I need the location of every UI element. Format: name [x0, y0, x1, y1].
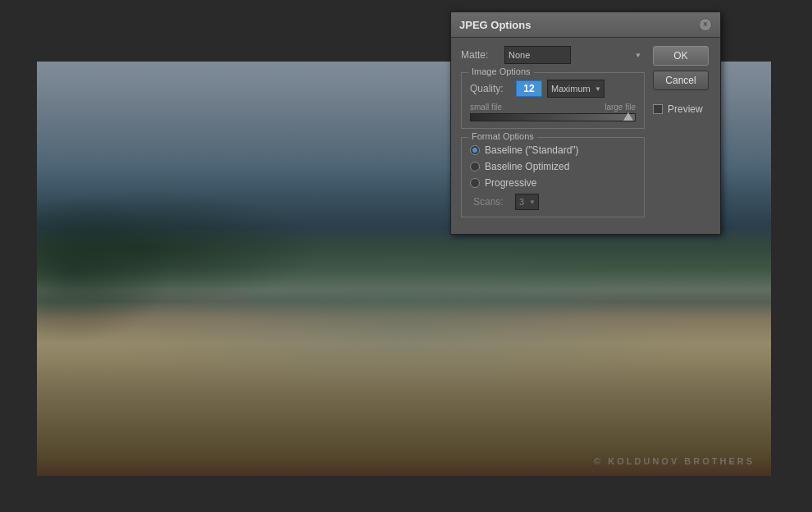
matte-row: Matte: None White Black Background Foreg…: [461, 46, 645, 64]
preview-label[interactable]: Preview: [668, 103, 703, 115]
scans-label: Scans:: [473, 196, 510, 208]
quality-label: Quality:: [470, 83, 511, 94]
ok-button[interactable]: OK: [653, 46, 709, 66]
radio-baseline-standard[interactable]: [470, 145, 480, 155]
radio-label-progressive: Progressive: [485, 177, 536, 189]
dialog-body: Matte: None White Black Background Foreg…: [451, 38, 720, 234]
quality-preset-wrapper: Low Medium High Very High Maximum: [547, 80, 604, 98]
dialog-title: JPEG Options: [459, 19, 531, 31]
dialog-right: OK Cancel Preview: [645, 46, 710, 226]
radio-baseline-optimized[interactable]: [470, 162, 480, 171]
matte-label: Matte:: [461, 49, 498, 61]
dialog-left: Matte: None White Black Background Foreg…: [461, 46, 645, 226]
scans-select-wrapper: 3 4 5: [515, 194, 539, 210]
jpeg-options-dialog: JPEG Options × Matte: None White Black: [450, 11, 721, 235]
image-options-section: Image Options Quality: Low Medium High V…: [461, 72, 645, 129]
radio-row-baseline-optimized: Baseline Optimized: [470, 161, 636, 172]
slider-label-small: small file: [470, 103, 502, 112]
close-button[interactable]: ×: [699, 18, 712, 31]
quality-row: Quality: Low Medium High Very High Maxim…: [470, 80, 636, 98]
slider-labels: small file large file: [470, 103, 636, 112]
preview-row: Preview: [653, 103, 710, 115]
dialog-layout: Matte: None White Black Background Foreg…: [461, 46, 710, 226]
workspace: © KOLDUNOV BROTHERS JPEG Options × Matte…: [0, 0, 812, 512]
dialog-titlebar: JPEG Options ×: [451, 12, 720, 38]
radio-label-baseline-optimized: Baseline Optimized: [485, 161, 569, 172]
scans-row: Scans: 3 4 5: [470, 194, 636, 210]
format-options-legend: Format Options: [468, 131, 537, 141]
image-options-legend: Image Options: [468, 66, 534, 76]
format-options-section: Format Options Baseline ("Standard") Bas…: [461, 137, 645, 217]
radio-row-baseline-standard: Baseline ("Standard"): [470, 144, 636, 156]
matte-select[interactable]: None White Black Background Foreground: [504, 46, 571, 64]
quality-preset-select[interactable]: Low Medium High Very High Maximum: [547, 80, 604, 98]
quality-input[interactable]: [516, 80, 542, 97]
cancel-button[interactable]: Cancel: [653, 71, 709, 90]
quality-slider-row: small file large file: [470, 103, 636, 121]
slider-label-large: large file: [604, 103, 636, 112]
quality-slider-thumb: [623, 112, 633, 121]
radio-row-progressive: Progressive: [470, 177, 636, 189]
scans-select[interactable]: 3 4 5: [515, 194, 539, 210]
radio-label-baseline-standard: Baseline ("Standard"): [485, 144, 579, 156]
quality-slider-track[interactable]: [470, 113, 636, 121]
radio-progressive[interactable]: [470, 178, 480, 188]
matte-select-wrapper: None White Black Background Foreground: [504, 46, 645, 64]
preview-checkbox[interactable]: [653, 104, 663, 114]
